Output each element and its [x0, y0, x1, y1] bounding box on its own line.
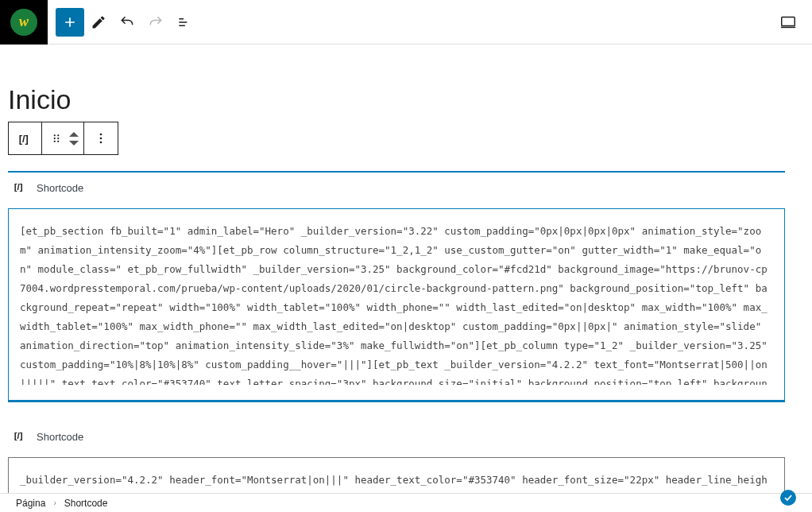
shortcode-icon: [/] — [13, 179, 29, 197]
add-block-button[interactable] — [56, 8, 84, 37]
svg-point-9 — [100, 138, 102, 140]
svg-point-10 — [100, 142, 102, 144]
svg-point-6 — [54, 141, 56, 142]
svg-text:[/]: [/] — [14, 181, 23, 192]
redo-button[interactable] — [141, 8, 170, 37]
shortcode-block-1[interactable]: [/] Shortcode — [8, 171, 785, 402]
page-title[interactable]: Inicio — [8, 45, 795, 122]
logo-letter: w — [10, 9, 37, 36]
drag-handle-icon[interactable] — [47, 129, 66, 148]
shortcode-textarea-1[interactable] — [20, 222, 773, 385]
block-label: Shortcode — [37, 182, 83, 194]
block-type-button[interactable]: [/] — [9, 122, 42, 154]
svg-text:[/]: [/] — [14, 430, 23, 440]
block-movers[interactable] — [69, 132, 79, 145]
svg-point-7 — [57, 141, 59, 142]
top-toolbar: w — [0, 0, 812, 45]
document-outline-button[interactable] — [170, 8, 199, 37]
svg-point-2 — [54, 134, 56, 136]
svg-point-5 — [57, 138, 59, 139]
svg-point-3 — [57, 134, 59, 136]
site-logo[interactable]: w — [0, 0, 48, 45]
block-toolbar: [/] — [8, 122, 118, 155]
svg-point-4 — [54, 138, 56, 139]
svg-rect-0 — [782, 17, 795, 25]
edit-mode-button[interactable] — [84, 8, 113, 37]
shortcode-block-2[interactable]: [/] Shortcode — [8, 423, 785, 493]
editor-canvas[interactable]: Inicio [/] [/] Shortcode — [0, 45, 812, 493]
svg-text:[/]: [/] — [18, 133, 28, 145]
shortcode-icon: [/] — [13, 428, 29, 446]
shortcode-textarea-2[interactable] — [20, 471, 773, 493]
block-label: Shortcode — [37, 431, 83, 443]
block-more-options-button[interactable] — [84, 122, 118, 154]
svg-point-8 — [100, 134, 102, 136]
preview-device-button[interactable] — [774, 8, 802, 37]
undo-button[interactable] — [113, 8, 141, 37]
